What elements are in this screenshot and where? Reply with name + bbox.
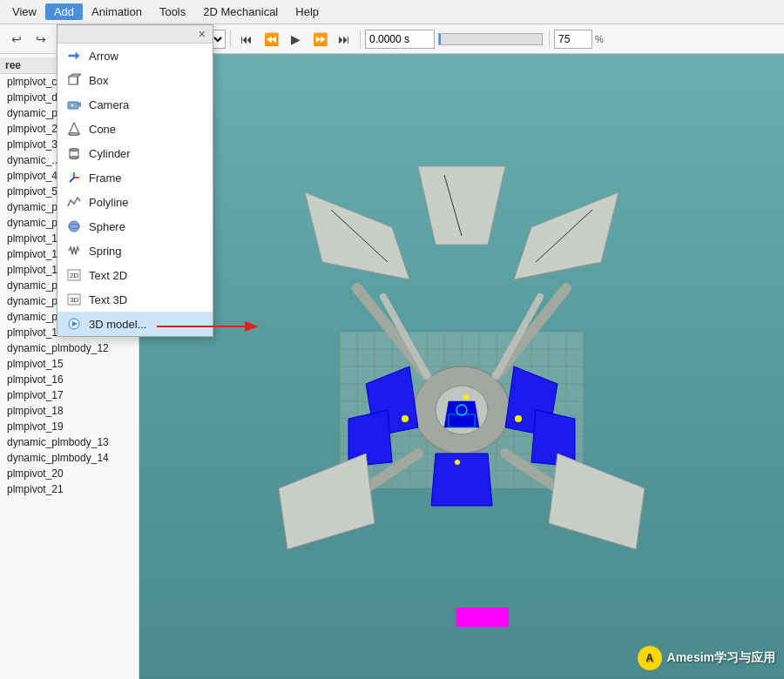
dropdown-item-frame[interactable]: Frame (57, 165, 213, 190)
dropdown-scroll-area[interactable]: Arrow Box Camera Cone Cy (57, 44, 213, 336)
svg-point-42 (515, 415, 522, 422)
list-item[interactable]: dynamic_plmbody_13 (0, 434, 139, 450)
play-button[interactable]: ▶ (284, 28, 307, 50)
menu-help[interactable]: Help (287, 3, 328, 20)
next-frame-button[interactable]: ⏩ (308, 28, 331, 50)
add-dropdown-menu: × Arrow Box Camera Cone (57, 24, 213, 337)
model3d-icon (66, 316, 82, 332)
svg-point-44 (463, 394, 469, 400)
watermark-icon: A (638, 646, 662, 670)
zoom-percent: % (595, 34, 604, 44)
camera-icon (66, 97, 82, 112)
svg-point-43 (455, 460, 460, 465)
svg-marker-50 (69, 52, 79, 59)
svg-marker-38 (279, 454, 375, 549)
dropdown-item-sphere-label: Sphere (89, 220, 125, 233)
progress-bar[interactable] (438, 33, 543, 45)
dropdown-item-arrow[interactable]: Arrow (57, 44, 213, 68)
list-item[interactable]: plmpivot_20 (0, 466, 139, 481)
dropdown-item-camera[interactable]: Camera (57, 92, 213, 117)
svg-marker-37 (418, 166, 505, 245)
dropdown-item-cylinder-label: Cylinder (89, 147, 131, 160)
zoom-input[interactable] (554, 30, 592, 49)
dropdown-item-spring[interactable]: Spring (57, 239, 213, 263)
prev-frame-button[interactable]: ⏪ (260, 28, 282, 50)
menubar: View Add Animation Tools 2D Mechanical H… (0, 0, 784, 24)
dropdown-item-box-label: Box (89, 74, 108, 87)
svg-marker-39 (549, 454, 645, 549)
spring-icon (66, 243, 82, 259)
skip-forward-button[interactable]: ⏭ (333, 28, 355, 50)
dropdown-item-3dmodel[interactable]: 3D model... (57, 312, 213, 336)
frame-icon (66, 170, 82, 185)
menu-view[interactable]: View (3, 3, 45, 20)
svg-text:3D: 3D (70, 296, 78, 304)
viewport[interactable]: A Amesim学习与应用 (139, 54, 784, 679)
dropdown-item-cone-label: Cone (89, 123, 116, 136)
time-input[interactable] (365, 30, 435, 49)
robot-scene (235, 158, 688, 575)
dropdown-item-sphere[interactable]: Sphere (57, 214, 213, 239)
list-item[interactable]: plmpivot_18 (0, 403, 139, 419)
text3d-icon: 3D (66, 292, 82, 307)
svg-line-62 (70, 178, 74, 182)
toolbar-sep-6 (549, 30, 550, 48)
dropdown-item-box[interactable]: Box (57, 68, 213, 92)
menu-2d-mechanical[interactable]: 2D Mechanical (194, 3, 287, 20)
magenta-rectangle (456, 608, 509, 627)
menu-animation[interactable]: Animation (83, 3, 151, 20)
dropdown-item-camera-label: Camera (89, 98, 129, 111)
dropdown-item-text2d[interactable]: 2D Text 2D (57, 263, 213, 287)
list-item[interactable]: plmpivot_21 (0, 481, 139, 497)
skip-back-button[interactable]: ⏮ (235, 28, 258, 50)
svg-point-63 (69, 221, 79, 232)
list-item[interactable]: plmpivot_19 (0, 419, 139, 434)
list-item[interactable]: plmpivot_16 (0, 372, 139, 387)
svg-point-41 (402, 415, 409, 422)
list-item[interactable]: plmpivot_17 (0, 387, 139, 403)
dropdown-close-button[interactable]: × (199, 27, 206, 41)
text2d-icon: 2D (66, 267, 82, 283)
toolbar-sep-4 (230, 30, 231, 48)
dropdown-item-frame-label: Frame (89, 171, 122, 185)
dropdown-header: × (57, 25, 213, 44)
svg-rect-51 (69, 77, 78, 84)
svg-point-54 (71, 104, 74, 107)
dropdown-item-polyline-label: Polyline (89, 196, 129, 209)
cylinder-icon (66, 145, 82, 161)
dropdown-item-cone[interactable]: Cone (57, 117, 213, 141)
dropdown-item-spring-label: Spring (89, 245, 122, 258)
redo-button[interactable]: ↪ (30, 28, 52, 50)
dropdown-item-polyline[interactable]: Polyline (57, 190, 213, 214)
arrow-icon (66, 48, 82, 64)
cone-icon (66, 121, 82, 137)
watermark-text: Amesim学习与应用 (667, 650, 775, 666)
svg-text:2D: 2D (70, 272, 78, 279)
svg-marker-28 (431, 454, 492, 506)
box-icon (66, 72, 82, 88)
svg-marker-35 (305, 192, 409, 279)
polyline-icon (66, 194, 82, 210)
dropdown-item-arrow-label: Arrow (89, 50, 118, 63)
undo-button[interactable]: ↩ (5, 28, 28, 50)
toolbar-sep-5 (360, 30, 361, 48)
dropdown-item-text3d-label: Text 3D (89, 293, 127, 306)
menu-add[interactable]: Add (45, 3, 83, 20)
menu-tools[interactable]: Tools (151, 3, 194, 20)
dropdown-item-text2d-label: Text 2D (89, 269, 127, 282)
list-item[interactable]: dynamic_plmbody_14 (0, 450, 139, 466)
list-item[interactable]: dynamic_plmbody_12 (0, 340, 139, 356)
list-item[interactable]: plmpivot_15 (0, 356, 139, 372)
progress-fill (439, 34, 441, 44)
dropdown-item-text3d[interactable]: 3D Text 3D (57, 287, 213, 312)
watermark: A Amesim学习与应用 (638, 646, 775, 670)
sphere-icon (66, 218, 82, 234)
dropdown-item-3dmodel-label: 3D model... (89, 318, 146, 331)
svg-marker-36 (514, 192, 618, 279)
dropdown-item-cylinder[interactable]: Cylinder (57, 141, 213, 165)
